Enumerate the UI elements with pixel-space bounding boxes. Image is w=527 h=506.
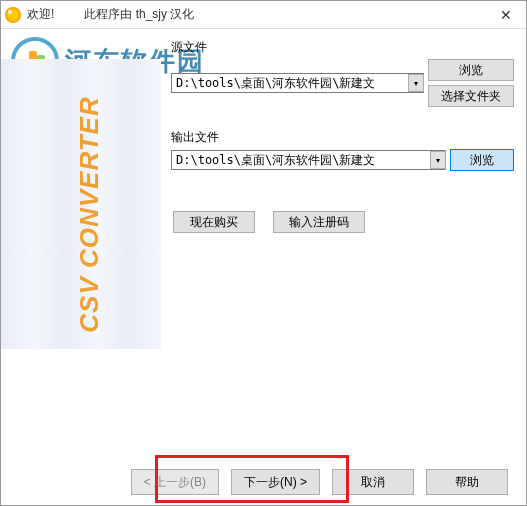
- source-file-group: 源文件 ▾ 浏览 选择文件夹: [171, 39, 514, 107]
- source-file-label: 源文件: [171, 39, 514, 56]
- enter-code-button[interactable]: 输入注册码: [273, 211, 365, 233]
- chevron-down-icon[interactable]: ▾: [408, 74, 424, 92]
- sidebar: CSV CONVERTER: [1, 59, 161, 349]
- select-folder-button[interactable]: 选择文件夹: [428, 85, 514, 107]
- output-file-group: 输出文件 ▾ 浏览: [171, 129, 514, 171]
- buy-now-button[interactable]: 现在购买: [173, 211, 255, 233]
- back-button: < 上一步(B): [131, 469, 219, 495]
- chevron-down-icon[interactable]: ▾: [430, 151, 446, 169]
- output-file-label: 输出文件: [171, 129, 514, 146]
- sidebar-title: CSV CONVERTER: [74, 96, 105, 332]
- next-button[interactable]: 下一步(N) >: [231, 469, 320, 495]
- output-browse-button[interactable]: 浏览: [450, 149, 514, 171]
- main-content: 源文件 ▾ 浏览 选择文件夹 输出文件 ▾ 浏览: [171, 39, 514, 185]
- title-welcome: 欢迎!: [27, 6, 54, 23]
- output-file-input[interactable]: [171, 150, 446, 170]
- close-button[interactable]: ✕: [486, 1, 526, 29]
- app-icon: [5, 7, 21, 23]
- titlebar: 欢迎! 此程序由 th_sjy 汉化 ✕: [1, 1, 526, 29]
- footer: < 上一步(B) 下一步(N) > 取消 帮助: [1, 469, 526, 495]
- title-subtitle: 此程序由 th_sjy 汉化: [84, 6, 194, 23]
- source-browse-button[interactable]: 浏览: [428, 59, 514, 81]
- mid-actions: 现在购买 输入注册码: [173, 211, 365, 233]
- cancel-button[interactable]: 取消: [332, 469, 414, 495]
- source-file-input[interactable]: [171, 73, 424, 93]
- help-button[interactable]: 帮助: [426, 469, 508, 495]
